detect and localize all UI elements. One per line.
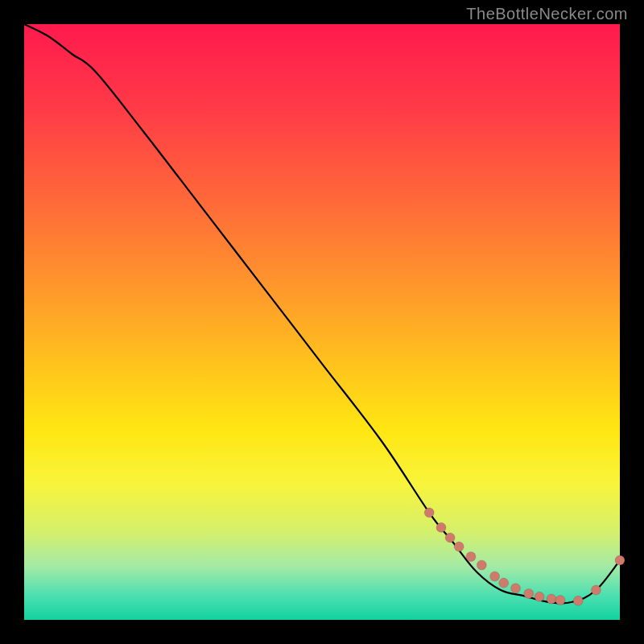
marker-point	[591, 585, 601, 595]
marker-point	[535, 592, 544, 601]
marker-point	[555, 596, 565, 605]
plot-svg	[24, 24, 620, 620]
marker-point	[524, 588, 534, 598]
marker-point	[466, 552, 476, 562]
watermark-text: TheBottleNecker.com	[466, 5, 628, 23]
plot-frame	[24, 24, 620, 620]
marker-point	[615, 555, 625, 565]
marker-point	[511, 584, 521, 593]
bottleneck-curve	[24, 24, 620, 603]
marker-point	[499, 578, 509, 588]
highlight-markers	[424, 508, 625, 606]
marker-point	[454, 542, 464, 551]
marker-point	[477, 560, 486, 570]
marker-point	[424, 508, 434, 518]
marker-point	[445, 533, 455, 543]
marker-point	[573, 596, 583, 605]
marker-point	[547, 594, 556, 604]
marker-point	[436, 522, 446, 532]
marker-point	[490, 572, 500, 581]
chart-stage: TheBottleNecker.com	[0, 0, 644, 644]
